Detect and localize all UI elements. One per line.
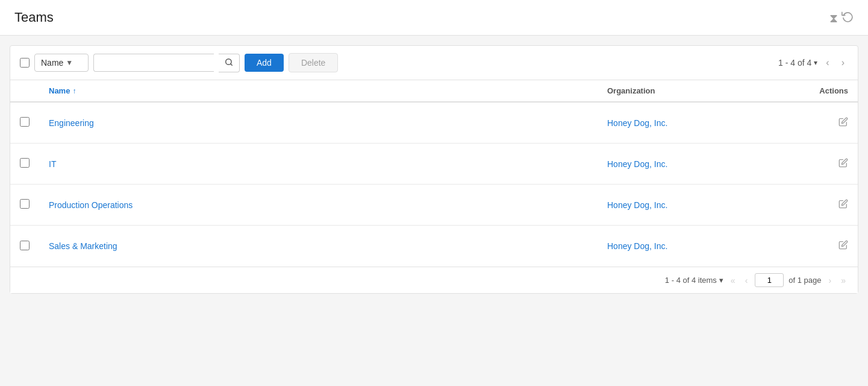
table-row: Sales & Marketing Honey Dog, Inc. (10, 226, 858, 267)
first-page-button[interactable]: « (728, 274, 738, 286)
page-number-input[interactable] (755, 273, 784, 287)
team-name-link[interactable]: Sales & Marketing (49, 241, 117, 251)
items-chevron-icon: ▾ (719, 276, 723, 285)
column-header-organization: Organization (607, 86, 788, 95)
prev-page-button[interactable]: ‹ (822, 56, 832, 69)
search-input[interactable] (93, 54, 214, 72)
next-page-button[interactable]: › (838, 56, 848, 69)
organization-link[interactable]: Honey Dog, Inc. (607, 159, 667, 169)
table-header: Name ↑ Organization Actions (10, 80, 858, 103)
row-checkbox[interactable] (20, 117, 30, 127)
items-per-page-dropdown[interactable]: 1 - 4 of 4 items ▾ (665, 276, 723, 285)
add-button[interactable]: Add (245, 54, 284, 72)
organization-link[interactable]: Honey Dog, Inc. (607, 241, 667, 251)
organization-link[interactable]: Honey Dog, Inc. (607, 118, 667, 128)
footer-pagination: 1 - 4 of 4 items ▾ « ‹ of 1 page › » (10, 267, 858, 293)
table-row: IT Honey Dog, Inc. (10, 144, 858, 185)
items-count-text: 1 - 4 of 4 items (665, 276, 717, 285)
filter-label: Name (41, 58, 63, 68)
row-checkbox[interactable] (20, 158, 30, 168)
page-count-chevron-icon: ▾ (814, 59, 817, 67)
pagination-top: 1 - 4 of 4 ▾ ‹ › (778, 56, 848, 69)
organization-link[interactable]: Honey Dog, Inc. (607, 200, 667, 210)
next-page-button-footer[interactable]: › (826, 274, 834, 286)
team-name-link[interactable]: Engineering (49, 118, 94, 128)
row-checkbox[interactable] (20, 199, 30, 209)
svg-line-1 (231, 63, 233, 65)
last-page-button[interactable]: » (838, 274, 848, 286)
search-button[interactable] (219, 54, 240, 72)
filter-chevron-icon: ▼ (66, 59, 73, 67)
edit-icon[interactable] (838, 158, 848, 170)
sort-asc-icon: ↑ (72, 87, 76, 95)
edit-icon[interactable] (838, 240, 848, 252)
page-header: Teams ⧗ (0, 0, 868, 36)
prev-page-button-footer[interactable]: ‹ (743, 274, 751, 286)
edit-icon[interactable] (838, 199, 848, 211)
team-name-link[interactable]: Production Operations (49, 200, 133, 210)
table-body: Engineering Honey Dog, Inc. IT Honey Dog… (10, 103, 858, 267)
page-count-dropdown[interactable]: 1 - 4 of 4 ▾ (778, 58, 817, 68)
history-icon[interactable]: ⧗ (829, 10, 854, 25)
page-title: Teams (14, 10, 54, 25)
column-header-name[interactable]: Name ↑ (49, 86, 607, 95)
toolbar: Name ▼ Add Delete 1 - 4 of 4 ▾ ‹ › (10, 46, 858, 80)
select-all-checkbox[interactable] (20, 58, 30, 68)
delete-button[interactable]: Delete (289, 53, 338, 72)
edit-icon[interactable] (838, 117, 848, 129)
content-area: Name ▼ Add Delete 1 - 4 of 4 ▾ ‹ › Name … (10, 45, 858, 294)
page-count-text: 1 - 4 of 4 (778, 58, 811, 68)
table-row: Production Operations Honey Dog, Inc. (10, 185, 858, 226)
row-checkbox[interactable] (20, 241, 30, 250)
team-name-link[interactable]: IT (49, 159, 56, 169)
column-header-actions: Actions (788, 86, 848, 95)
of-page-text: of 1 page (788, 276, 821, 285)
table-row: Engineering Honey Dog, Inc. (10, 103, 858, 144)
search-icon (225, 58, 233, 66)
filter-dropdown[interactable]: Name ▼ (34, 54, 89, 72)
